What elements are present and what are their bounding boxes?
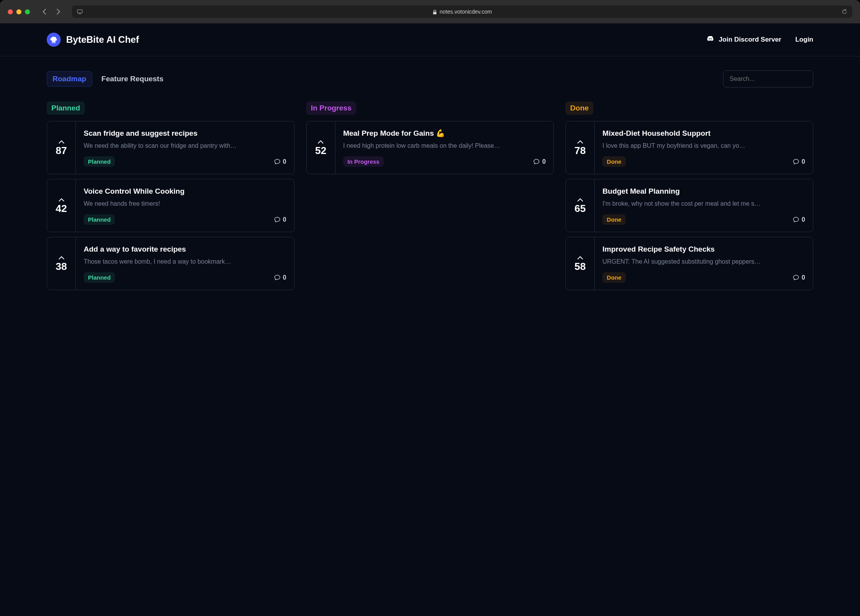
chevron-up-icon[interactable] <box>577 254 583 258</box>
card-footer: Planned 0 <box>84 214 286 225</box>
vote-block[interactable]: 52 <box>307 121 335 174</box>
vote-count: 58 <box>574 261 586 273</box>
comment-count: 0 <box>793 216 805 223</box>
vote-count: 78 <box>574 145 586 157</box>
comment-number: 0 <box>283 274 286 281</box>
tabs-row: Roadmap Feature Requests <box>47 70 813 88</box>
column-title-inprogress: In Progress <box>306 102 356 115</box>
vote-block[interactable]: 38 <box>47 237 76 290</box>
chevron-up-icon[interactable] <box>577 196 583 200</box>
discord-link[interactable]: Join Discord Server <box>706 35 781 45</box>
comment-icon <box>274 158 281 165</box>
comment-icon <box>793 158 799 165</box>
comment-number: 0 <box>542 158 546 165</box>
status-badge: Planned <box>84 272 115 283</box>
brand[interactable]: ByteBite AI Chef <box>47 33 139 47</box>
discord-icon <box>706 35 715 45</box>
lock-icon <box>432 9 437 14</box>
card-desc: Those tacos were bomb, I need a way to b… <box>84 257 286 266</box>
close-window-button[interactable] <box>8 9 13 14</box>
comment-number: 0 <box>283 158 286 165</box>
card-title: Add a way to favorite recipes <box>84 244 286 254</box>
status-badge: Planned <box>84 214 115 225</box>
vote-count: 42 <box>56 203 67 215</box>
chevron-up-icon[interactable] <box>58 196 65 200</box>
browser-chrome: notes.votonicdev.com <box>0 0 860 23</box>
feature-card[interactable]: 78 Mixed-Diet Household Support I love t… <box>565 121 813 174</box>
svg-rect-0 <box>77 10 82 13</box>
site-settings-icon[interactable] <box>77 8 84 15</box>
svg-rect-2 <box>433 12 437 14</box>
feature-card[interactable]: 42 Voice Control While Cooking We need h… <box>47 179 295 232</box>
forward-button[interactable] <box>56 9 61 14</box>
comment-count: 0 <box>274 216 286 223</box>
search-input[interactable] <box>723 70 813 88</box>
comment-icon <box>274 274 281 281</box>
card-desc: We need hands free timers! <box>84 200 286 208</box>
brand-logo <box>47 33 61 47</box>
card-footer: Done 0 <box>602 214 805 225</box>
comment-icon <box>533 158 540 165</box>
comment-number: 0 <box>802 216 805 223</box>
minimize-window-button[interactable] <box>16 9 21 14</box>
tab-feature-requests[interactable]: Feature Requests <box>96 72 169 86</box>
card-footer: Done 0 <box>602 156 805 167</box>
card-title: Meal Prep Mode for Gains 💪 <box>343 128 546 138</box>
back-button[interactable] <box>42 9 47 14</box>
feature-card[interactable]: 52 Meal Prep Mode for Gains 💪 I need hig… <box>306 121 554 174</box>
page: ByteBite AI Chef Join Discord Server Log… <box>0 23 860 616</box>
comment-count: 0 <box>793 158 805 165</box>
content: Roadmap Feature Requests Planned 87 Scan… <box>0 56 860 309</box>
feature-card[interactable]: 65 Budget Meal Planning I'm broke, why n… <box>565 179 813 232</box>
vote-block[interactable]: 78 <box>566 121 595 174</box>
comment-number: 0 <box>283 216 286 223</box>
card-body: Budget Meal Planning I'm broke, why not … <box>595 179 813 232</box>
comment-count: 0 <box>274 158 286 165</box>
card-footer: Done 0 <box>602 272 805 283</box>
url-text: notes.votonicdev.com <box>440 9 492 15</box>
url-bar[interactable]: notes.votonicdev.com <box>72 5 852 18</box>
svg-rect-3 <box>52 41 55 42</box>
comment-count: 0 <box>793 274 805 281</box>
refresh-button[interactable] <box>841 9 848 15</box>
column-planned: Planned 87 Scan fridge and suggest recip… <box>47 102 295 295</box>
chevron-up-icon[interactable] <box>577 138 583 142</box>
card-body: Mixed-Diet Household Support I love this… <box>595 121 813 174</box>
vote-block[interactable]: 87 <box>47 121 76 174</box>
card-title: Scan fridge and suggest recipes <box>84 128 286 138</box>
columns: Planned 87 Scan fridge and suggest recip… <box>47 102 813 295</box>
comment-icon <box>793 216 799 223</box>
tab-roadmap[interactable]: Roadmap <box>47 71 92 87</box>
status-badge: Done <box>602 214 626 225</box>
feature-card[interactable]: 38 Add a way to favorite recipes Those t… <box>47 237 295 290</box>
chevron-up-icon[interactable] <box>58 254 65 258</box>
status-badge: Planned <box>84 156 115 167</box>
chevron-up-icon[interactable] <box>318 138 324 142</box>
feature-card[interactable]: 87 Scan fridge and suggest recipes We ne… <box>47 121 295 174</box>
card-body: Add a way to favorite recipes Those taco… <box>76 237 294 290</box>
comment-icon <box>274 216 281 223</box>
feature-card[interactable]: 58 Improved Recipe Safety Checks URGENT:… <box>565 237 813 290</box>
chevron-up-icon[interactable] <box>58 138 65 142</box>
status-badge: Done <box>602 272 626 283</box>
card-title: Improved Recipe Safety Checks <box>602 244 805 254</box>
login-link[interactable]: Login <box>795 36 813 44</box>
status-badge: Done <box>602 156 626 167</box>
traffic-lights <box>8 9 30 14</box>
column-inprogress: In Progress 52 Meal Prep Mode for Gains … <box>306 102 554 295</box>
chef-hat-icon <box>49 35 58 44</box>
url-display: notes.votonicdev.com <box>432 9 492 15</box>
comment-icon <box>793 274 799 281</box>
vote-block[interactable]: 58 <box>566 237 595 290</box>
card-desc: We need the ability to scan our fridge a… <box>84 142 286 150</box>
brand-title: ByteBite AI Chef <box>66 34 139 45</box>
status-badge: In Progress <box>343 156 384 167</box>
card-title: Voice Control While Cooking <box>84 186 286 196</box>
vote-block[interactable]: 42 <box>47 179 76 232</box>
column-done: Done 78 Mixed-Diet Household Support I l… <box>565 102 813 295</box>
vote-block[interactable]: 65 <box>566 179 595 232</box>
card-desc: I'm broke, why not show the cost per mea… <box>602 200 805 208</box>
maximize-window-button[interactable] <box>25 9 30 14</box>
tabs: Roadmap Feature Requests <box>47 71 169 87</box>
vote-count: 38 <box>56 261 67 273</box>
